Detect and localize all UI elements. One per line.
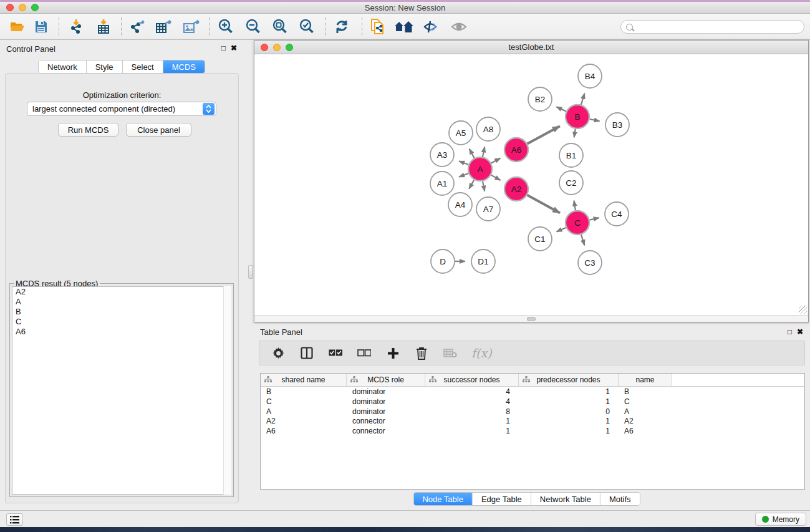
edge-A2-C[interactable] <box>528 195 560 213</box>
import-network-button[interactable] <box>65 17 87 36</box>
preview-eye-button[interactable] <box>448 17 470 36</box>
node-D[interactable]: D <box>431 249 455 273</box>
float-panel-icon[interactable]: □ <box>221 44 226 52</box>
refresh-view-button[interactable] <box>330 17 353 36</box>
mcds-result-item[interactable]: A6 <box>12 327 231 337</box>
zoom-selected-button[interactable] <box>296 17 318 36</box>
node-A7[interactable]: A7 <box>476 197 500 221</box>
edge-A-A3[interactable] <box>459 161 468 165</box>
network-window-titlebar[interactable]: testGlobe.txt <box>254 41 808 54</box>
edge-A-A2[interactable] <box>491 175 501 180</box>
function-builder-icon[interactable]: f(x) <box>471 346 492 360</box>
select-all-columns-icon[interactable] <box>328 346 343 360</box>
node-B[interactable]: B <box>566 105 589 128</box>
zoom-fit-button[interactable] <box>269 17 291 36</box>
edge-A-A6[interactable] <box>491 158 501 163</box>
node-C4[interactable]: C4 <box>605 202 629 226</box>
edge-A-A8[interactable] <box>483 147 485 157</box>
node-B2[interactable]: B2 <box>528 87 552 111</box>
tab-network[interactable]: Network <box>39 60 87 73</box>
edge-A-A1[interactable] <box>459 173 468 177</box>
float-table-panel-icon[interactable]: □ <box>788 328 792 336</box>
column-header-successor-nodes[interactable]: successor nodes <box>425 374 519 386</box>
network-canvas[interactable]: B4B2BB3A5A8A6A3B1AA1C2A2A4A7CC4C1C3DD1 <box>254 55 808 314</box>
edge-A6-B[interactable] <box>528 126 560 143</box>
network-horizontal-scrollbar[interactable] <box>254 315 808 322</box>
export-network-button[interactable] <box>126 17 148 36</box>
node-table[interactable]: shared nameMCDS rolesuccessor nodesprede… <box>260 373 805 490</box>
edge-A-A4[interactable] <box>469 180 474 188</box>
criterion-dropdown[interactable]: largest connected component (directed) <box>27 102 216 116</box>
panel-splitter-handle[interactable] <box>248 265 253 279</box>
run-mcds-button[interactable]: Run MCDS <box>58 123 118 137</box>
mcds-result-item[interactable]: A2 <box>12 287 231 297</box>
node-A1[interactable]: A1 <box>430 172 454 195</box>
table-row[interactable]: A6connector11A6 <box>261 426 804 436</box>
node-A[interactable]: A <box>468 157 492 181</box>
node-A2[interactable]: A2 <box>504 177 528 201</box>
tab-motifs[interactable]: Motifs <box>600 493 640 505</box>
unselect-all-columns-icon[interactable] <box>357 346 372 360</box>
search-field[interactable] <box>620 20 804 34</box>
edge-B-B1[interactable] <box>574 129 576 138</box>
table-row[interactable]: Cdominator41C <box>261 397 804 407</box>
node-A5[interactable]: A5 <box>449 121 473 145</box>
edge-C-C1[interactable] <box>557 228 566 232</box>
network-window-resize-grip[interactable] <box>799 306 808 314</box>
edge-B-B3[interactable] <box>590 119 600 121</box>
node-D1[interactable]: D1 <box>471 249 495 273</box>
close-table-panel-icon[interactable]: ✖ <box>797 328 803 336</box>
network-scrollbar-thumb[interactable] <box>527 317 536 321</box>
import-table-button[interactable] <box>92 17 115 36</box>
column-header-shared-name[interactable]: shared name <box>261 374 347 386</box>
node-C3[interactable]: C3 <box>578 251 602 274</box>
close-panel-button[interactable]: Close panel <box>126 123 191 137</box>
mcds-result-list[interactable]: A2ABCA6 <box>12 286 231 495</box>
column-header-predecessor-nodes[interactable]: predecessor nodes <box>519 374 619 386</box>
edge-A-A7[interactable] <box>483 181 485 191</box>
node-B3[interactable]: B3 <box>605 113 629 137</box>
zoom-in-button[interactable] <box>215 17 237 36</box>
add-column-icon[interactable] <box>385 346 400 360</box>
node-C[interactable]: C <box>566 211 589 235</box>
close-panel-icon[interactable]: ✖ <box>231 44 237 52</box>
tab-node-table[interactable]: Node Table <box>413 493 473 505</box>
tab-select[interactable]: Select <box>123 60 163 73</box>
edge-C-C3[interactable] <box>581 235 584 245</box>
delete-column-trash-icon[interactable] <box>414 346 429 360</box>
show-column-panel-icon[interactable] <box>299 346 314 360</box>
node-A6[interactable]: A6 <box>504 138 528 162</box>
tab-style[interactable]: Style <box>87 60 123 73</box>
toggle-graphics-details-button[interactable] <box>420 17 443 36</box>
column-header-name[interactable]: name <box>619 374 672 386</box>
table-settings-gear-icon[interactable] <box>271 346 286 360</box>
node-C1[interactable]: C1 <box>528 227 552 251</box>
zoom-out-button[interactable] <box>242 17 264 36</box>
table-row[interactable]: Bdominator41B <box>261 387 804 397</box>
save-session-button[interactable] <box>30 17 52 36</box>
edge-B-B4[interactable] <box>581 94 585 105</box>
task-history-button[interactable] <box>6 513 23 526</box>
node-A3[interactable]: A3 <box>430 143 454 167</box>
mcds-result-item[interactable]: B <box>12 307 231 317</box>
node-B1[interactable]: B1 <box>559 143 583 167</box>
node-B4[interactable]: B4 <box>578 64 602 88</box>
table-row[interactable]: A2connector11A2 <box>261 416 804 426</box>
column-header-MCDS-role[interactable]: MCDS role <box>347 374 425 386</box>
search-input[interactable] <box>633 22 804 31</box>
edge-C-C4[interactable] <box>590 218 599 220</box>
memory-button[interactable]: Memory <box>755 513 806 526</box>
mcds-result-item[interactable]: A <box>12 297 231 307</box>
table-row[interactable]: Adominator80A <box>261 407 804 417</box>
mcds-result-item[interactable]: C <box>12 317 231 327</box>
home-button[interactable] <box>393 17 415 36</box>
edge-C-C2[interactable] <box>574 201 575 211</box>
export-table-button[interactable] <box>152 17 175 36</box>
node-A4[interactable]: A4 <box>448 193 472 216</box>
node-A8[interactable]: A8 <box>476 117 500 141</box>
node-C2[interactable]: C2 <box>559 171 583 195</box>
export-image-button[interactable] <box>180 17 202 36</box>
open-session-button[interactable] <box>6 17 29 36</box>
edge-A-A5[interactable] <box>470 149 475 158</box>
edge-B-B2[interactable] <box>556 107 566 111</box>
